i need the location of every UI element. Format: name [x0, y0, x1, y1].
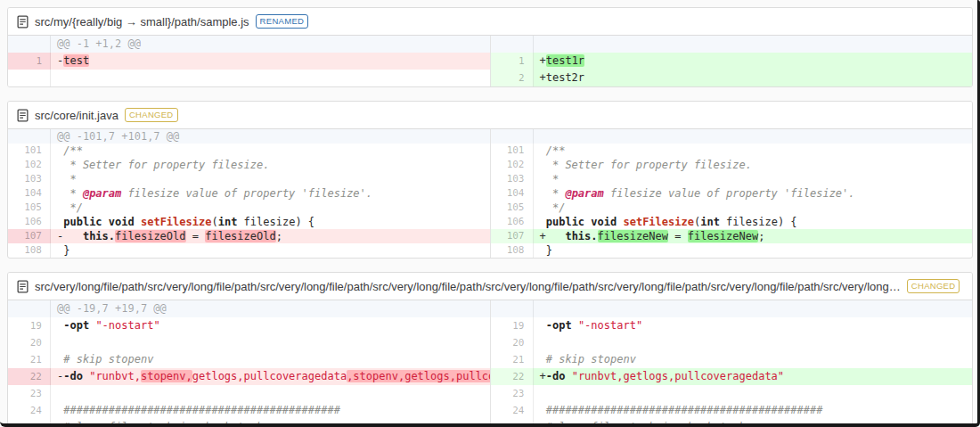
- code-line: */: [534, 201, 973, 215]
- line-number: 25: [8, 419, 51, 427]
- file-diff-panel-3: src/very/long/file/path/src/very/long/fi…: [7, 272, 973, 427]
- line-number: 106: [491, 215, 534, 229]
- code-segment: [135, 216, 141, 228]
- code-line: *: [51, 172, 490, 186]
- code-line: -opt "-nostart": [51, 317, 490, 334]
- line-number: [491, 129, 534, 144]
- line-number: 106: [8, 215, 51, 229]
- diff-side-old: @@ -1 +1,2 @@1-test: [8, 36, 490, 86]
- code-line: /**: [534, 144, 973, 158]
- code-segment: */: [540, 201, 566, 214]
- file-diff-panel-1: src/my/{really/big → small}/path/sample.…: [7, 7, 973, 87]
- code-segment: =: [186, 230, 206, 242]
- line-number: 103: [8, 172, 51, 186]
- code-segment: filesize value of property 'filesize'.: [121, 187, 372, 200]
- file-header: src/my/{really/big → small}/path/sample.…: [8, 8, 972, 36]
- code-segment: }: [57, 244, 69, 257]
- code-segment: +: [540, 230, 566, 242]
- code-segment: */: [57, 201, 83, 214]
- word-diff-highlight: stopenv,: [141, 370, 192, 382]
- diff-row: 107+ this.filesizeNew = filesizeNew;: [491, 229, 973, 243]
- line-number: 105: [491, 201, 534, 215]
- diff-row: 20: [8, 334, 490, 351]
- code-segment: -: [57, 230, 83, 242]
- hunk-header-row: @@ -101,7 +101,7 @@: [8, 129, 490, 144]
- code-line: * @param filesize value of property 'fil…: [51, 186, 490, 201]
- diff-row: 2+test2r: [491, 70, 973, 86]
- code-segment: *: [540, 187, 566, 200]
- diff-side-new: 101 /**102 * Setter for property filesiz…: [490, 129, 973, 258]
- line-number: 24: [8, 402, 51, 419]
- code-segment: @param: [565, 187, 603, 200]
- line-number: [8, 70, 51, 86]
- code-segment: [540, 216, 546, 228]
- code-segment: "-nostart": [578, 319, 642, 332]
- code-line: -opt "-nostart": [534, 317, 973, 334]
- code-segment: +: [540, 370, 546, 382]
- diff-row: 106 public void setFilesize(int filesize…: [491, 215, 973, 229]
- word-diff-highlight: filesizeOld: [115, 230, 185, 242]
- line-number: 22: [491, 368, 534, 385]
- code-line: */: [51, 201, 490, 215]
- hunk-header-row: [491, 300, 973, 317]
- line-number: 104: [8, 186, 51, 201]
- code-line: public void setFilesize(int filesize) {: [534, 215, 973, 229]
- code-segment: "runbvt,getlogs,pullcoveragedata": [572, 370, 784, 382]
- file-status-badge: RENAMED: [256, 14, 309, 29]
- diff-row: 25 # logs files to bring back to base: [8, 419, 490, 427]
- code-line: [51, 385, 490, 402]
- code-segment: -opt: [546, 319, 572, 332]
- diff-table: @@ -1 +1,2 @@1-test1+test1r2+test2r: [8, 36, 972, 86]
- hunk-header-text: [534, 36, 973, 53]
- code-segment: "-nostart": [95, 319, 159, 332]
- code-segment: public: [63, 216, 102, 228]
- code-segment: filesize) {: [720, 216, 797, 228]
- code-line: * Setter for property filesize.: [51, 158, 490, 172]
- line-number: 102: [8, 158, 51, 172]
- line-number: 1: [491, 53, 534, 70]
- code-segment: *: [540, 173, 559, 185]
- code-segment: void: [591, 216, 617, 228]
- word-diff-highlight: filesizeNew: [688, 230, 758, 242]
- diff-row: 1+test1r: [491, 53, 973, 70]
- code-segment: # logs files to bring back to base: [540, 421, 765, 427]
- code-segment: int: [700, 216, 720, 228]
- diff-row: 103 *: [491, 172, 973, 186]
- line-number: 104: [491, 186, 534, 201]
- hunk-header-text: @@ -1 +1,2 @@: [51, 36, 490, 53]
- code-line: + this.filesizeNew = filesizeNew;: [534, 229, 973, 243]
- line-number: 21: [491, 351, 534, 368]
- code-segment: @param: [83, 187, 121, 200]
- diff-row: 21 # skip stopenv: [8, 351, 490, 368]
- code-line: +test1r: [534, 53, 973, 70]
- code-line: +test2r: [534, 70, 973, 86]
- code-segment: *: [57, 173, 77, 185]
- diff-row: 25 # logs files to bring back to base: [491, 419, 973, 427]
- code-line: * @param filesize value of property 'fil…: [534, 186, 973, 201]
- code-line: ########################################…: [51, 402, 490, 419]
- line-number: [8, 129, 51, 144]
- diff-side-old: @@ -101,7 +101,7 @@101 /**102 * Setter f…: [8, 129, 490, 258]
- diff-row: 108 }: [8, 243, 490, 258]
- line-number: 24: [491, 402, 534, 419]
- diff-row: 104 * @param filesize value of property …: [491, 186, 973, 201]
- diff-row: 19 -opt "-nostart": [8, 317, 490, 334]
- diff-row: 23: [491, 385, 973, 402]
- code-line: }: [534, 243, 973, 258]
- code-segment: * Setter for property filesize.: [540, 159, 752, 171]
- diff-row: 19 -opt "-nostart": [491, 317, 973, 334]
- diff-row: 23: [8, 385, 490, 402]
- code-segment: setFilesize: [141, 216, 211, 228]
- code-line: }: [51, 243, 490, 258]
- line-number: 108: [8, 243, 51, 258]
- line-number: 20: [8, 334, 51, 351]
- code-segment: public: [546, 216, 584, 228]
- code-line: - this.filesizeOld = filesizeOld;: [51, 229, 490, 243]
- code-segment: (: [211, 216, 217, 228]
- line-number: 23: [8, 385, 51, 402]
- code-segment: setFilesize: [623, 216, 693, 228]
- diff-viewer: src/my/{really/big → small}/path/sample.…: [0, 0, 980, 427]
- code-segment: getlogs,pullcoveragedata: [192, 370, 347, 382]
- line-number: 101: [8, 144, 51, 158]
- file-header: src/very/long/file/path/src/very/long/fi…: [8, 273, 972, 300]
